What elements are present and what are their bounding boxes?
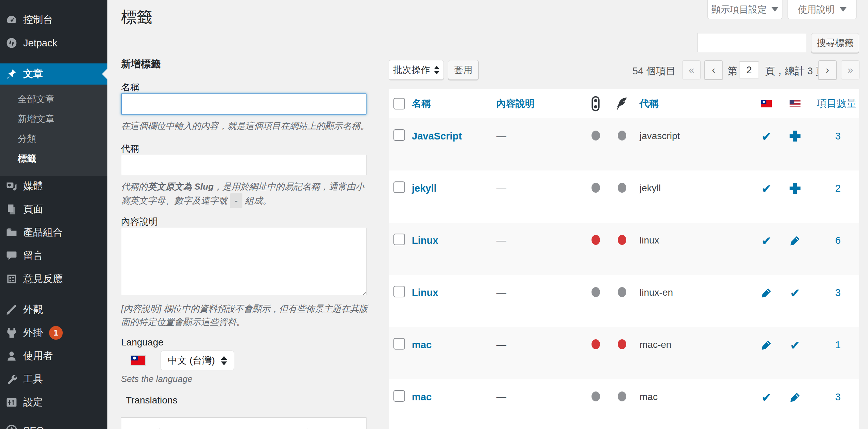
tag-name-link[interactable]: JavaScript: [412, 131, 462, 142]
sidebar-item-media[interactable]: 媒體: [0, 175, 107, 198]
tag-count-link[interactable]: 3: [835, 131, 841, 142]
row-checkbox[interactable]: [393, 234, 405, 245]
jetpack-icon: [5, 37, 18, 49]
bulk-actions-select[interactable]: 批次操作: [389, 60, 444, 80]
tag-name-link[interactable]: jekyll: [412, 183, 437, 194]
tag-description: —: [491, 275, 582, 298]
sidebar-item-posts[interactable]: 文章: [0, 63, 107, 85]
pencil-icon[interactable]: [789, 235, 801, 247]
sidebar-item-pages[interactable]: 頁面: [0, 198, 107, 221]
name-label: 名稱: [121, 81, 139, 93]
sidebar-item-categories[interactable]: 分類: [0, 129, 107, 149]
hyphen-key: -: [230, 193, 242, 208]
table-row: JavaScript—javascript✔3: [389, 118, 859, 171]
tag-count-link[interactable]: 6: [835, 235, 841, 246]
check-icon[interactable]: ✔: [761, 183, 772, 195]
sidebar-item-label: 產品組合: [23, 226, 63, 239]
comment-bubble-icon: [5, 250, 18, 262]
folder-icon: [5, 226, 18, 239]
column-header-name[interactable]: 名稱: [412, 97, 431, 110]
previous-page-button[interactable]: ‹: [704, 60, 723, 79]
tag-name-link[interactable]: Linux: [412, 287, 438, 298]
current-page-input[interactable]: [739, 61, 759, 78]
sidebar-item-add-post[interactable]: 新增文章: [0, 109, 107, 129]
tag-name-link[interactable]: mac: [412, 391, 432, 403]
select-all-checkbox[interactable]: [393, 98, 405, 109]
sidebar-item-label: 意見反應: [23, 272, 63, 286]
sidebar-item-dashboard[interactable]: 控制台: [0, 8, 107, 31]
sidebar-item-portfolio[interactable]: 產品組合: [0, 221, 107, 244]
tag-slug: linux: [634, 223, 752, 246]
sidebar-item-label: 設定: [23, 396, 43, 409]
row-checkbox[interactable]: [393, 390, 405, 402]
column-header-description[interactable]: 內容說明: [496, 97, 535, 110]
translations-box: [121, 417, 366, 429]
language-help-text: Sets the language: [121, 372, 193, 386]
check-icon[interactable]: ✔: [761, 235, 772, 247]
posts-status-dot: [592, 183, 600, 193]
traffic-light-icon: [582, 96, 610, 112]
tag-description: —: [491, 379, 582, 403]
tag-count-link[interactable]: 1: [835, 339, 841, 351]
apply-button[interactable]: 套用: [448, 60, 479, 80]
tag-slug-input[interactable]: [121, 155, 366, 175]
first-page-button[interactable]: «: [682, 60, 701, 79]
tag-description: —: [491, 118, 582, 142]
tag-name-link[interactable]: mac: [412, 339, 432, 351]
sidebar-item-settings[interactable]: 設定: [0, 391, 107, 414]
column-header-slug[interactable]: 代稱: [640, 97, 659, 110]
sidebar-item-feedback[interactable]: 意見反應: [0, 267, 107, 291]
column-header-count[interactable]: 項目數量: [817, 97, 856, 110]
last-page-button[interactable]: »: [841, 60, 859, 79]
pencil-icon[interactable]: [789, 391, 801, 403]
pencil-icon[interactable]: [761, 287, 772, 299]
posts-submenu: 全部文章 新增文章 分類 標籤: [0, 85, 107, 176]
select-arrows-icon: [221, 356, 227, 365]
tag-count-link[interactable]: 3: [835, 287, 841, 298]
tag-count-link[interactable]: 2: [835, 183, 841, 194]
check-icon[interactable]: ✔: [761, 131, 772, 143]
tag-description-textarea[interactable]: [121, 228, 366, 295]
check-icon[interactable]: ✔: [761, 391, 772, 404]
row-checkbox[interactable]: [393, 286, 405, 297]
posts-status-dot: [592, 131, 600, 140]
search-tags-input[interactable]: [697, 33, 806, 52]
row-checkbox[interactable]: [393, 181, 405, 193]
tag-name-input[interactable]: [121, 93, 366, 115]
sidebar-item-all-posts[interactable]: 全部文章: [0, 89, 107, 109]
row-checkbox[interactable]: [393, 338, 405, 350]
screen-options-button[interactable]: 顯示項目設定: [707, 0, 782, 19]
check-icon[interactable]: ✔: [790, 287, 800, 299]
sliders-icon: [5, 396, 18, 409]
dashboard-icon: [5, 14, 18, 26]
tag-name-link[interactable]: Linux: [412, 235, 438, 246]
taiwan-flag-icon: [752, 100, 781, 107]
pencil-icon[interactable]: [761, 339, 772, 351]
tag-count-link[interactable]: 3: [835, 391, 841, 403]
name-help-text: 在這個欄位中輸入的內容，就是這個項目在網站上的顯示名稱。: [121, 119, 373, 133]
tag-slug: mac-en: [634, 327, 752, 350]
help-button[interactable]: 使用說明: [788, 0, 857, 19]
sidebar-item-tags[interactable]: 標籤: [0, 149, 107, 168]
plus-icon[interactable]: [790, 183, 800, 194]
slug-label: 代稱: [121, 143, 139, 155]
plugins-update-badge: 1: [49, 326, 63, 340]
sidebar-item-seo[interactable]: SEO: [0, 419, 107, 429]
sidebar-item-plugins[interactable]: 外掛 1: [0, 321, 107, 344]
sidebar-item-comments[interactable]: 留言: [0, 244, 107, 267]
select-arrows-icon: [434, 66, 439, 74]
plus-icon[interactable]: [790, 131, 800, 142]
media-icon: [5, 180, 18, 192]
sidebar-item-jetpack[interactable]: Jetpack: [0, 31, 107, 55]
description-help-text: [內容說明] 欄位中的資料預設不會顯示，但有些佈景主題在其版面的特定位置會顯示這…: [121, 302, 373, 329]
row-checkbox[interactable]: [393, 129, 405, 141]
sidebar-item-appearance[interactable]: 外觀: [0, 298, 107, 321]
table-row: Linux—linux✔6: [389, 223, 859, 275]
language-select[interactable]: 中文 (台灣): [161, 351, 234, 370]
sidebar-item-label: 媒體: [23, 179, 43, 193]
check-icon[interactable]: ✔: [790, 339, 800, 352]
next-page-button[interactable]: ›: [818, 60, 837, 79]
search-tags-button[interactable]: 搜尋標籤: [811, 33, 859, 53]
sidebar-item-tools[interactable]: 工具: [0, 368, 107, 391]
sidebar-item-users[interactable]: 使用者: [0, 344, 107, 368]
